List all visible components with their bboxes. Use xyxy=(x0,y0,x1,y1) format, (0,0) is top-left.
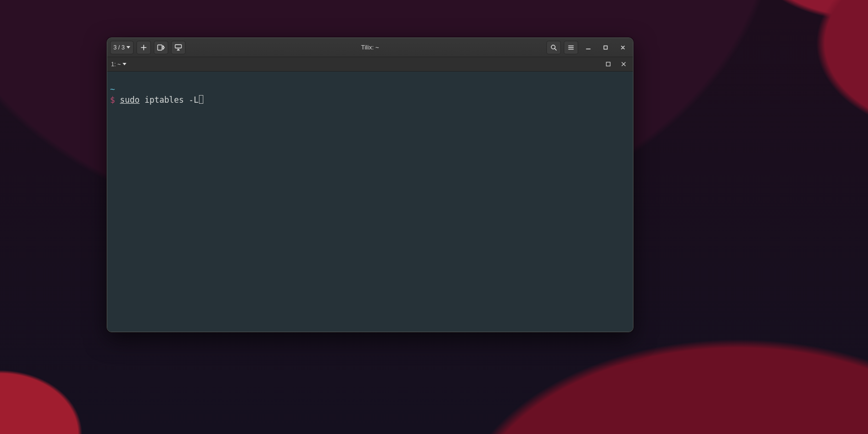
maximize-icon xyxy=(603,45,608,50)
search-icon xyxy=(550,44,557,51)
headerbar: 3 / 3 Tilix: ~ xyxy=(107,38,633,57)
chevron-down-icon xyxy=(123,63,126,65)
prompt-symbol: $ xyxy=(110,95,115,105)
tab-maximize-button[interactable] xyxy=(602,59,614,70)
new-session-button[interactable] xyxy=(136,41,151,54)
search-button[interactable] xyxy=(546,41,561,54)
close-window-button[interactable] xyxy=(616,41,630,54)
session-indicator-label: 3 / 3 xyxy=(113,44,124,51)
command-sudo: sudo xyxy=(120,95,140,105)
hamburger-icon xyxy=(568,44,574,51)
terminal-blank-line xyxy=(110,73,630,84)
terminal-command-line: $ sudo iptables -L xyxy=(110,95,630,105)
split-down-icon xyxy=(174,44,182,51)
terminal-cwd-line: ~ xyxy=(110,84,630,95)
minimize-icon xyxy=(585,45,591,50)
session-selector-button[interactable]: 3 / 3 xyxy=(110,41,134,54)
tilix-window: 3 / 3 Tilix: ~ xyxy=(107,37,633,332)
terminal-tab-label: 1: ~ xyxy=(111,61,121,68)
svg-rect-3 xyxy=(604,46,608,49)
chevron-down-icon xyxy=(126,46,130,48)
terminal-cursor xyxy=(199,95,203,104)
svg-rect-1 xyxy=(175,45,182,48)
terminal-viewport[interactable]: ~ $ sudo iptables -L xyxy=(107,72,633,332)
split-right-icon xyxy=(157,44,165,51)
prompt-cwd: ~ xyxy=(110,84,115,94)
svg-rect-0 xyxy=(158,45,162,50)
close-icon xyxy=(620,45,626,50)
terminal-tab-bar: 1: ~ xyxy=(107,57,633,72)
svg-rect-4 xyxy=(606,62,610,66)
maximize-button[interactable] xyxy=(598,41,613,54)
maximize-pane-icon xyxy=(606,61,611,67)
hamburger-menu-button[interactable] xyxy=(564,41,578,54)
split-down-button[interactable] xyxy=(171,41,186,54)
close-icon xyxy=(621,61,626,67)
minimize-button[interactable] xyxy=(581,41,595,54)
split-right-button[interactable] xyxy=(154,41,168,54)
command-rest: iptables -L xyxy=(139,95,198,105)
plus-icon xyxy=(140,44,147,51)
tab-close-button[interactable] xyxy=(618,59,629,70)
terminal-tab[interactable]: 1: ~ xyxy=(111,61,126,68)
